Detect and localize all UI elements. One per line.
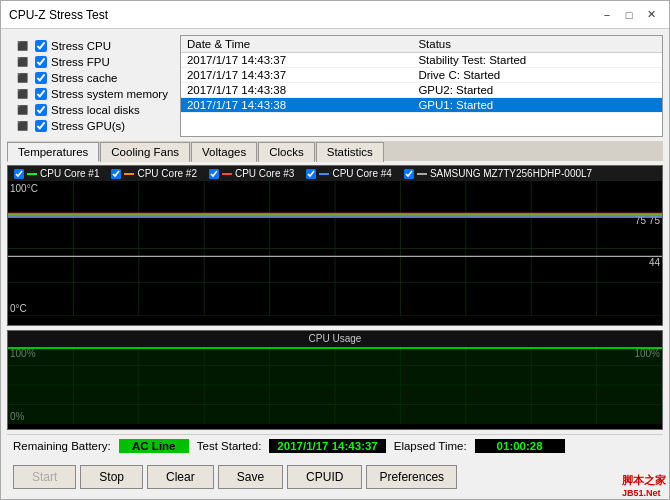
log-datetime: 2017/1/17 14:43:38: [181, 83, 412, 98]
stress-icon-memory: ⬛: [13, 87, 31, 101]
legend-check[interactable]: [111, 169, 121, 179]
legend-label: CPU Core #3: [235, 168, 294, 179]
elapsed-value: 01:00:28: [475, 439, 565, 453]
top-section: ⬛Stress CPU⬛Stress FPU⬛Stress cache⬛Stre…: [7, 35, 663, 137]
log-datetime: 2017/1/17 14:43:37: [181, 68, 412, 83]
stress-label-disk: Stress local disks: [51, 104, 140, 116]
legend-color-dot: [27, 173, 37, 175]
test-started-value: 2017/1/17 14:43:37: [269, 439, 385, 453]
legend-label: CPU Core #2: [137, 168, 196, 179]
log-status: Stability Test: Started: [412, 53, 662, 68]
close-button[interactable]: ✕: [641, 6, 661, 24]
status-bar: Remaining Battery: AC Line Test Started:…: [7, 434, 663, 457]
battery-value: AC Line: [119, 439, 189, 453]
legend-check[interactable]: [209, 169, 219, 179]
watermark-line1: 脚本之家: [622, 473, 666, 488]
main-content: ⬛Stress CPU⬛Stress FPU⬛Stress cache⬛Stre…: [1, 29, 669, 499]
save-button[interactable]: Save: [218, 465, 283, 489]
legend-item-cpu_core_#3: CPU Core #3: [209, 168, 294, 179]
tabs-bar: TemperaturesCooling FansVoltagesClocksSt…: [7, 141, 663, 161]
stress-item-cpu: ⬛Stress CPU: [13, 39, 168, 53]
titlebar: CPU-Z Stress Test − □ ✕: [1, 1, 669, 29]
start-button[interactable]: Start: [13, 465, 76, 489]
legend-check[interactable]: [14, 169, 24, 179]
stress-check-disk[interactable]: [35, 104, 47, 116]
stress-check-memory[interactable]: [35, 88, 47, 100]
stress-label-gpu: Stress GPU(s): [51, 120, 125, 132]
svg-rect-25: [8, 346, 662, 424]
stress-label-cpu: Stress CPU: [51, 40, 111, 52]
log-status: Drive C: Started: [412, 68, 662, 83]
log-header-status: Status: [412, 36, 662, 53]
stress-label-memory: Stress system memory: [51, 88, 168, 100]
cpu-chart-svg: [8, 346, 662, 424]
cpu-chart: 100% 0% 100%: [8, 346, 662, 424]
stress-item-disk: ⬛Stress local disks: [13, 103, 168, 117]
tab-statistics[interactable]: Statistics: [316, 142, 384, 162]
tab-voltages[interactable]: Voltages: [191, 142, 257, 162]
log-status: GPU1: Started: [412, 98, 662, 113]
stress-icon-fpu: ⬛: [13, 55, 31, 69]
tab-cooling-fans[interactable]: Cooling Fans: [100, 142, 190, 162]
legend-item-cpu_core_#1: CPU Core #1: [14, 168, 99, 179]
watermark: 脚本之家 JB51.Net: [622, 473, 666, 498]
cpu-usage-title: CPU Usage: [8, 331, 662, 346]
cpuid-button[interactable]: CPUID: [287, 465, 362, 489]
stress-panel: ⬛Stress CPU⬛Stress FPU⬛Stress cache⬛Stre…: [7, 35, 174, 137]
legend-item-cpu_core_#2: CPU Core #2: [111, 168, 196, 179]
log-datetime: 2017/1/17 14:43:38: [181, 98, 412, 113]
legend-label: CPU Core #4: [332, 168, 391, 179]
tab-clocks[interactable]: Clocks: [258, 142, 315, 162]
log-panel: Date & Time Status 2017/1/17 14:43:37Sta…: [180, 35, 663, 137]
stress-label-cache: Stress cache: [51, 72, 117, 84]
stress-item-memory: ⬛Stress system memory: [13, 87, 168, 101]
stress-icon-disk: ⬛: [13, 103, 31, 117]
watermark-line2: JB51.Net: [622, 488, 666, 498]
stop-button[interactable]: Stop: [80, 465, 143, 489]
legend-check[interactable]: [306, 169, 316, 179]
battery-label: Remaining Battery:: [13, 440, 111, 452]
test-started-label: Test Started:: [197, 440, 262, 452]
log-table: Date & Time Status 2017/1/17 14:43:37Sta…: [181, 36, 662, 113]
log-row[interactable]: 2017/1/17 14:43:37Stability Test: Starte…: [181, 53, 662, 68]
window-controls: − □ ✕: [597, 6, 661, 24]
elapsed-label: Elapsed Time:: [394, 440, 467, 452]
legend-label: CPU Core #1: [40, 168, 99, 179]
temp-chart-container: CPU Core #1CPU Core #2CPU Core #3CPU Cor…: [7, 165, 663, 326]
preferences-button[interactable]: Preferences: [366, 465, 457, 489]
tab-temperatures[interactable]: Temperatures: [7, 142, 99, 162]
legend-check[interactable]: [404, 169, 414, 179]
stress-item-cache: ⬛Stress cache: [13, 71, 168, 85]
legend-color-dot: [319, 173, 329, 175]
legend-item-cpu_core_#4: CPU Core #4: [306, 168, 391, 179]
legend-color-dot: [124, 173, 134, 175]
maximize-button[interactable]: □: [619, 6, 639, 24]
log-datetime: 2017/1/17 14:43:37: [181, 53, 412, 68]
temp-chart-svg: [8, 181, 662, 316]
chart-area: CPU Core #1CPU Core #2CPU Core #3CPU Cor…: [7, 165, 663, 430]
window-title: CPU-Z Stress Test: [9, 8, 108, 22]
stress-icon-cpu: ⬛: [13, 39, 31, 53]
bottom-buttons: Start Stop Clear Save CPUID Preferences: [7, 461, 663, 493]
cpu-usage-container: CPU Usage 100% 0% 100%: [7, 330, 663, 430]
log-row[interactable]: 2017/1/17 14:43:37Drive C: Started: [181, 68, 662, 83]
log-row[interactable]: 2017/1/17 14:43:38GPU2: Started: [181, 83, 662, 98]
stress-check-gpu[interactable]: [35, 120, 47, 132]
stress-check-cpu[interactable]: [35, 40, 47, 52]
log-status: GPU2: Started: [412, 83, 662, 98]
stress-check-cache[interactable]: [35, 72, 47, 84]
stress-label-fpu: Stress FPU: [51, 56, 110, 68]
chart-legend: CPU Core #1CPU Core #2CPU Core #3CPU Cor…: [8, 166, 662, 181]
stress-check-fpu[interactable]: [35, 56, 47, 68]
stress-item-gpu: ⬛Stress GPU(s): [13, 119, 168, 133]
log-header-datetime: Date & Time: [181, 36, 412, 53]
log-row[interactable]: 2017/1/17 14:43:38GPU1: Started: [181, 98, 662, 113]
stress-icon-cache: ⬛: [13, 71, 31, 85]
temp-chart: 100°C 0°C 75 75 44: [8, 181, 662, 316]
minimize-button[interactable]: −: [597, 6, 617, 24]
legend-color-dot: [222, 173, 232, 175]
stress-item-fpu: ⬛Stress FPU: [13, 55, 168, 69]
legend-label: SAMSUNG MZ7TY256HDHP-000L7: [430, 168, 592, 179]
clear-button[interactable]: Clear: [147, 465, 214, 489]
main-window: CPU-Z Stress Test − □ ✕ ⬛Stress CPU⬛Stre…: [0, 0, 670, 500]
